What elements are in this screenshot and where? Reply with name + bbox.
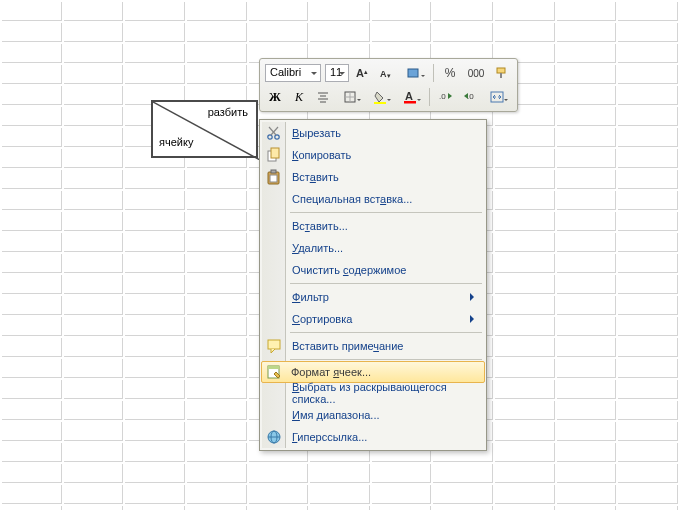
cell[interactable] — [64, 128, 124, 147]
cell[interactable] — [557, 359, 617, 378]
cell[interactable] — [64, 338, 124, 357]
cell[interactable] — [618, 107, 678, 126]
cell[interactable] — [2, 107, 62, 126]
menu-item[interactable]: Сортировка — [262, 308, 484, 330]
decrease-decimal-icon[interactable]: .0 — [460, 87, 480, 107]
cell[interactable] — [495, 149, 555, 168]
cell[interactable] — [433, 2, 493, 21]
cell[interactable] — [618, 317, 678, 336]
cell[interactable] — [187, 359, 247, 378]
cell[interactable] — [557, 191, 617, 210]
font-size-select[interactable]: 11 — [325, 64, 349, 82]
cell[interactable] — [557, 485, 617, 504]
cell[interactable] — [557, 275, 617, 294]
italic-button[interactable]: К — [289, 87, 309, 107]
cell[interactable] — [187, 65, 247, 84]
cell[interactable] — [64, 443, 124, 462]
cell[interactable] — [125, 254, 185, 273]
cell[interactable] — [557, 506, 617, 510]
font-name-select[interactable]: Calibri — [265, 64, 321, 82]
cell[interactable] — [557, 464, 617, 483]
cell[interactable] — [187, 401, 247, 420]
cell[interactable] — [125, 359, 185, 378]
cell[interactable] — [433, 485, 493, 504]
cell[interactable] — [187, 212, 247, 231]
cell[interactable] — [2, 443, 62, 462]
cell[interactable] — [64, 422, 124, 441]
cell[interactable] — [2, 275, 62, 294]
shrink-font-icon[interactable]: A▾ — [377, 63, 397, 83]
cell[interactable] — [618, 149, 678, 168]
cell[interactable] — [2, 2, 62, 21]
cell[interactable] — [618, 191, 678, 210]
cell[interactable] — [618, 296, 678, 315]
cell[interactable] — [618, 464, 678, 483]
cell[interactable] — [310, 2, 370, 21]
cell[interactable] — [310, 506, 370, 510]
cell[interactable] — [187, 44, 247, 63]
font-color-button[interactable]: A — [397, 87, 423, 107]
cell[interactable] — [125, 44, 185, 63]
format-painter-icon[interactable] — [492, 63, 512, 83]
borders-button[interactable] — [337, 87, 363, 107]
cell[interactable] — [125, 485, 185, 504]
cell[interactable] — [125, 233, 185, 252]
cell[interactable] — [64, 506, 124, 510]
cell[interactable] — [64, 317, 124, 336]
cell[interactable] — [249, 2, 309, 21]
cell[interactable] — [495, 359, 555, 378]
cell[interactable] — [495, 170, 555, 189]
cell[interactable] — [187, 275, 247, 294]
cell[interactable] — [618, 233, 678, 252]
cell[interactable] — [125, 23, 185, 42]
cell[interactable] — [249, 506, 309, 510]
menu-item[interactable]: Вставить — [262, 166, 484, 188]
cell[interactable] — [495, 317, 555, 336]
cell[interactable] — [187, 296, 247, 315]
center-align-icon[interactable] — [313, 87, 333, 107]
cell[interactable] — [372, 485, 432, 504]
cell[interactable] — [187, 380, 247, 399]
cell[interactable] — [557, 212, 617, 231]
cell[interactable] — [125, 317, 185, 336]
cell[interactable] — [187, 422, 247, 441]
cell[interactable] — [557, 380, 617, 399]
cell[interactable] — [557, 443, 617, 462]
cell[interactable] — [495, 191, 555, 210]
cell[interactable] — [125, 401, 185, 420]
cell[interactable] — [495, 401, 555, 420]
cell[interactable] — [125, 191, 185, 210]
cell[interactable] — [2, 422, 62, 441]
cell[interactable] — [495, 275, 555, 294]
cell[interactable] — [618, 212, 678, 231]
cell[interactable] — [618, 338, 678, 357]
increase-decimal-icon[interactable]: .0 — [436, 87, 456, 107]
cell[interactable] — [64, 191, 124, 210]
menu-item[interactable]: Специальная вставка... — [262, 188, 484, 210]
cell[interactable] — [2, 170, 62, 189]
cell[interactable] — [557, 149, 617, 168]
cell[interactable] — [64, 254, 124, 273]
cell[interactable] — [187, 2, 247, 21]
cell[interactable] — [187, 443, 247, 462]
cell[interactable] — [618, 254, 678, 273]
cell[interactable] — [618, 65, 678, 84]
cell[interactable] — [187, 254, 247, 273]
cell[interactable] — [64, 359, 124, 378]
menu-item[interactable]: Формат ячеек... — [261, 361, 485, 383]
cell[interactable] — [2, 254, 62, 273]
cell[interactable] — [372, 464, 432, 483]
menu-item[interactable]: Фильтр — [262, 286, 484, 308]
cell[interactable] — [64, 485, 124, 504]
cell[interactable] — [64, 107, 124, 126]
cell[interactable] — [495, 212, 555, 231]
cell[interactable] — [557, 65, 617, 84]
menu-item[interactable]: Очистить содержимое — [262, 259, 484, 281]
cell[interactable] — [64, 65, 124, 84]
thousands-button[interactable]: 000 — [464, 63, 488, 83]
cell[interactable] — [125, 2, 185, 21]
menu-item[interactable]: Копировать — [262, 144, 484, 166]
cell[interactable] — [433, 506, 493, 510]
cell[interactable] — [618, 485, 678, 504]
cell[interactable] — [557, 296, 617, 315]
